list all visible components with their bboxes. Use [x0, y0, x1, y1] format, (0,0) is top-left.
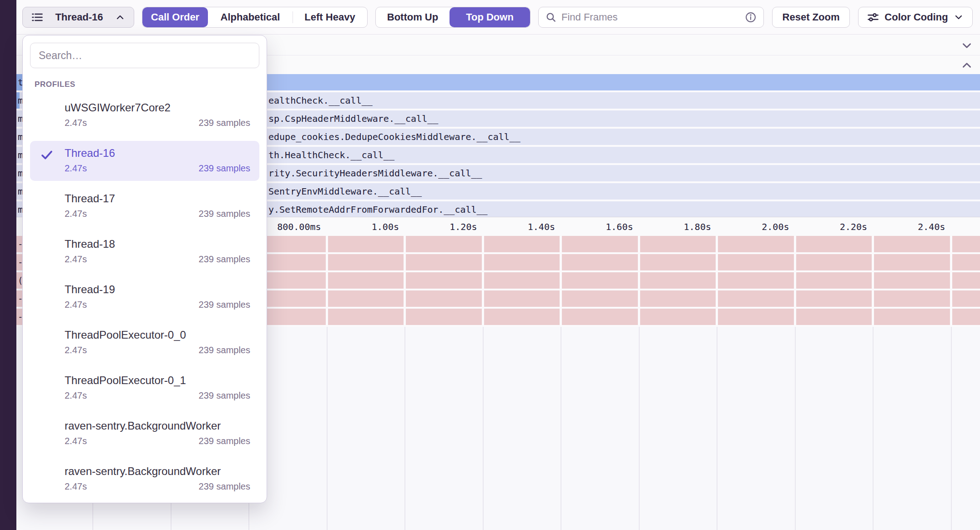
profile-duration: 2.47s: [65, 116, 87, 129]
direction-tabs: Bottom UpTop Down: [375, 7, 530, 28]
frame-label: th.HealthCheck.__call__: [268, 150, 394, 160]
profile-duration: 2.47s: [65, 344, 87, 356]
profile-samples: 239 samples: [199, 162, 250, 175]
profile-item[interactable]: Thread-162.47s239 samples: [30, 141, 259, 181]
frame-label: rity.SecurityHeadersMiddleware.__call__: [268, 168, 482, 179]
gridline: [326, 236, 328, 325]
profile-name: raven-sentry.BackgroundWorker: [65, 418, 250, 434]
tab-left-heavy[interactable]: Left Heavy: [293, 7, 367, 27]
flamegraph-toolbar: Thread-16 Call OrderAlphabeticalLeft Hea…: [16, 0, 980, 35]
find-frames-input[interactable]: [561, 11, 744, 23]
profile-duration: 2.47s: [65, 389, 87, 402]
order-tabs: Call OrderAlphabeticalLeft Heavy: [142, 7, 368, 28]
tab-bottom-up[interactable]: Bottom Up: [376, 7, 450, 27]
time-axis-label: 800.00ms: [277, 221, 326, 232]
info-icon[interactable]: [744, 11, 757, 24]
app-sidebar-strip: [0, 0, 16, 530]
time-axis-label: 1.40s: [528, 221, 561, 232]
gridline: [482, 236, 484, 325]
thread-search-input[interactable]: [30, 43, 259, 68]
profile-meta: 2.47s239 samples: [65, 389, 250, 402]
profile-samples: 239 samples: [199, 298, 250, 311]
profile-meta: 2.47s239 samples: [65, 435, 250, 447]
profile-name: Thread-18: [65, 236, 250, 252]
chevron-up-icon: [115, 12, 126, 23]
profile-meta: 2.47s239 samples: [65, 480, 250, 493]
frame-label: ealthCheck.__call__: [268, 95, 373, 106]
profiler-page: tmealthCheck.__call__msp.CspHeaderMiddle…: [0, 0, 980, 530]
profile-duration: 2.47s: [65, 480, 87, 493]
profile-duration: 2.47s: [65, 435, 87, 447]
tab-call-order[interactable]: Call Order: [142, 7, 208, 27]
profile-item[interactable]: uWSGIWorker7Core22.47s239 samples: [30, 95, 259, 135]
profile-name: ThreadPoolExecutor-0_0: [65, 327, 250, 343]
gridline: [872, 236, 874, 325]
gridline: [716, 236, 718, 325]
gridline: [560, 236, 562, 325]
frame-label: y.SetRemoteAddrFromForwardedFor.__call__: [268, 204, 488, 215]
chevron-up-icon[interactable]: [961, 60, 973, 71]
profile-name: ThreadPoolExecutor-0_1: [65, 373, 250, 388]
find-frames-input-wrap: [538, 7, 764, 28]
gridline: [483, 327, 484, 530]
gridline: [873, 327, 874, 530]
profile-name: raven-sentry.BackgroundWorker: [65, 464, 250, 479]
time-axis-label: 1.00s: [372, 221, 404, 232]
gridline: [561, 327, 561, 530]
gridline: [950, 236, 952, 325]
gridline: [795, 327, 796, 530]
time-axis-label: 1.20s: [450, 221, 482, 232]
gridline: [404, 236, 406, 325]
profile-samples: 239 samples: [199, 344, 250, 356]
profile-item[interactable]: ThreadPoolExecutor-0_12.47s239 samples: [30, 368, 259, 408]
gridline: [794, 236, 796, 325]
profile-item[interactable]: Thread-172.47s239 samples: [30, 186, 259, 226]
thread-selector-button[interactable]: Thread-16: [22, 7, 134, 28]
list-icon: [31, 11, 44, 24]
time-axis-label: 2.20s: [840, 221, 873, 232]
frame-label: SentryEnvMiddleware.__call__: [268, 186, 422, 197]
profile-duration: 2.47s: [65, 253, 87, 265]
checkmark-icon: [40, 148, 54, 162]
profile-samples: 239 samples: [199, 253, 250, 265]
color-coding-label: Color Coding: [884, 11, 948, 23]
time-axis-label: 1.60s: [606, 221, 638, 232]
chevron-down-icon: [953, 12, 964, 23]
profile-item[interactable]: raven-sentry.BackgroundWorker2.47s239 sa…: [30, 459, 259, 499]
gridline: [404, 327, 405, 530]
profile-item[interactable]: ThreadPoolExecutor-0_02.47s239 samples: [30, 323, 259, 363]
thread-selector-label: Thread-16: [55, 11, 103, 23]
profile-item[interactable]: Thread-182.47s239 samples: [30, 232, 259, 272]
gridline: [639, 327, 640, 530]
profile-name: Thread-16: [65, 145, 250, 161]
reset-zoom-button[interactable]: Reset Zoom: [772, 7, 850, 28]
profile-meta: 2.47s239 samples: [65, 207, 250, 220]
frame-label: edupe_cookies.DedupeCookiesMiddleware.__…: [268, 131, 520, 142]
tab-top-down[interactable]: Top Down: [450, 7, 530, 27]
profile-samples: 239 samples: [199, 435, 250, 447]
sliders-icon: [867, 11, 879, 24]
profile-name: uWSGIWorker7Core2: [65, 100, 250, 115]
search-icon: [545, 11, 557, 23]
thread-dropdown-panel: PROFILES uWSGIWorker7Core22.47s239 sampl…: [22, 35, 267, 503]
time-axis-label: 2.40s: [918, 221, 950, 232]
frame-label: sp.CspHeaderMiddleware.__call__: [268, 113, 438, 124]
profiles-section-label: PROFILES: [35, 80, 259, 89]
profile-item[interactable]: raven-sentry.BackgroundWorker2.47s239 sa…: [30, 414, 259, 454]
profile-samples: 239 samples: [199, 480, 250, 493]
time-axis-label: 2.00s: [762, 221, 794, 232]
gridline: [638, 236, 640, 325]
chevron-down-icon[interactable]: [961, 40, 973, 51]
color-coding-button[interactable]: Color Coding: [858, 7, 973, 28]
profile-duration: 2.47s: [65, 207, 87, 220]
profile-name: Thread-17: [65, 191, 250, 206]
profile-name: Thread-19: [65, 282, 250, 297]
profile-item[interactable]: Thread-192.47s239 samples: [30, 277, 259, 317]
reset-zoom-label: Reset Zoom: [783, 11, 840, 23]
profiles-list: uWSGIWorker7Core22.47s239 samplesThread-…: [30, 95, 259, 499]
profile-samples: 239 samples: [199, 389, 250, 402]
profile-meta: 2.47s239 samples: [65, 344, 250, 356]
tab-alphabetical[interactable]: Alphabetical: [208, 7, 293, 27]
profile-duration: 2.47s: [65, 298, 87, 311]
gridline: [327, 327, 328, 530]
